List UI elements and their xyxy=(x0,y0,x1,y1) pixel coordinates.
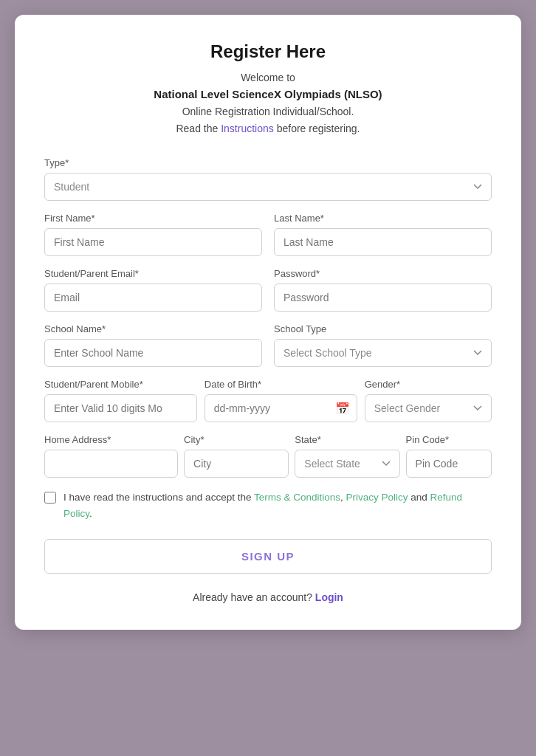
address-row: Home Address* City* State* Select State … xyxy=(44,434,492,478)
dob-label: Date of Birth* xyxy=(205,379,357,390)
page-title: Register Here xyxy=(44,41,492,62)
school-name-input[interactable] xyxy=(44,339,262,367)
terms-checkbox[interactable] xyxy=(44,492,56,504)
instruction-prefix: Read the xyxy=(176,123,221,134)
school-name-label: School Name* xyxy=(44,323,262,334)
dob-col: Date of Birth* 📅 xyxy=(205,379,357,422)
name-row: First Name* Last Name* xyxy=(44,213,492,256)
terms-checkbox-row: I have read the instructions and accept … xyxy=(44,489,492,521)
email-label: Student/Parent Email* xyxy=(44,268,262,279)
instruction-suffix: before registering. xyxy=(274,123,360,134)
mobile-input[interactable] xyxy=(44,394,197,422)
pin-label: Pin Code* xyxy=(406,434,492,445)
password-col: Password* xyxy=(274,268,492,312)
gender-col: Gender* Select Gender Male Female Other xyxy=(365,379,492,422)
login-link[interactable]: Login xyxy=(315,591,343,603)
last-name-input[interactable] xyxy=(274,228,492,256)
first-name-col: First Name* xyxy=(44,213,262,256)
school-type-label: School Type xyxy=(274,323,492,334)
first-name-label: First Name* xyxy=(44,213,262,224)
terms-link[interactable]: Terms & Conditions xyxy=(254,492,340,503)
email-col: Student/Parent Email* xyxy=(44,268,262,312)
email-input[interactable] xyxy=(44,284,262,312)
city-input[interactable] xyxy=(184,450,289,478)
register-card: Register Here Welcome to National Level … xyxy=(15,15,521,630)
mobile-col: Student/Parent Mobile* xyxy=(44,379,197,422)
login-row: Already have an account? Login xyxy=(44,591,492,603)
checkbox-text-3: and xyxy=(408,492,430,503)
last-name-col: Last Name* xyxy=(274,213,492,256)
page-header: Register Here Welcome to National Level … xyxy=(44,41,492,137)
pin-col: Pin Code* xyxy=(406,434,492,478)
school-type-col: School Type Select School Type Governmen… xyxy=(274,323,492,367)
dob-input[interactable] xyxy=(205,394,357,422)
terms-text: I have read the instructions and accept … xyxy=(63,489,492,521)
signup-button[interactable]: SIGN UP xyxy=(44,539,492,574)
password-label: Password* xyxy=(274,268,492,279)
gender-label: Gender* xyxy=(365,379,492,390)
org-name: National Level ScienceX Olympiads (NLSO) xyxy=(44,86,492,103)
instructions-link[interactable]: Instructions xyxy=(221,123,274,134)
address-input[interactable] xyxy=(44,450,178,478)
dob-wrapper: 📅 xyxy=(205,394,357,422)
school-row: School Name* School Type Select School T… xyxy=(44,323,492,367)
first-name-input[interactable] xyxy=(44,228,262,256)
address-col: Home Address* xyxy=(44,434,178,478)
state-select[interactable]: Select State Andhra Pradesh Delhi Gujara… xyxy=(295,450,399,478)
instruction-line: Read the Instructions before registering… xyxy=(44,120,492,137)
address-label: Home Address* xyxy=(44,434,178,445)
privacy-link[interactable]: Privacy Policy xyxy=(346,492,408,503)
mobile-dob-gender-row: Student/Parent Mobile* Date of Birth* 📅 … xyxy=(44,379,492,422)
already-account-text: Already have an account? xyxy=(193,591,312,603)
password-input[interactable] xyxy=(274,284,492,312)
mobile-label: Student/Parent Mobile* xyxy=(44,379,197,390)
city-col: City* xyxy=(184,434,289,478)
school-type-select[interactable]: Select School Type Government Private In… xyxy=(274,339,492,367)
school-name-col: School Name* xyxy=(44,323,262,367)
subtitle-text: Online Registration Individual/School. xyxy=(44,103,492,120)
type-label: Type* xyxy=(44,157,492,168)
welcome-text: Welcome to xyxy=(44,69,492,86)
checkbox-text-1: I have read the instructions and accept … xyxy=(63,492,254,503)
last-name-label: Last Name* xyxy=(274,213,492,224)
state-col: State* Select State Andhra Pradesh Delhi… xyxy=(295,434,399,478)
type-select[interactable]: Student Individual School xyxy=(44,173,492,201)
checkbox-text-4: . xyxy=(89,508,92,519)
state-label: State* xyxy=(295,434,399,445)
type-group: Type* Student Individual School xyxy=(44,157,492,201)
city-label: City* xyxy=(184,434,289,445)
pin-input[interactable] xyxy=(406,450,492,478)
email-password-row: Student/Parent Email* Password* xyxy=(44,268,492,312)
gender-select[interactable]: Select Gender Male Female Other xyxy=(365,394,492,422)
